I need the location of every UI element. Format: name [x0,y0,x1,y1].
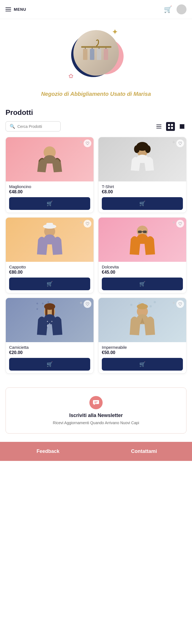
svg-rect-12 [168,124,170,126]
large-grid-view-button[interactable] [178,122,186,131]
svg-point-48 [140,303,145,308]
plus-badge-5: + [79,300,82,306]
svg-point-45 [154,301,156,303]
svg-rect-8 [104,49,108,60]
product-card-impermeabile: + ♡ Impermeabile €50.00 🛒 [98,298,186,374]
svg-point-41 [47,325,48,326]
wishlist-button-6[interactable]: ♡ [176,300,184,308]
wishlist-button-4[interactable]: ♡ [176,220,184,228]
avatar[interactable] [177,4,186,14]
svg-rect-9 [156,125,161,125]
svg-point-33 [36,308,38,310]
cart-icon: 🛒 [164,6,172,13]
svg-rect-17 [180,124,184,129]
product-card-dolcevita: + ♡ Dolcevita €45.00 🛒 [98,217,186,293]
hero-title: Negozio di Abbigliamento Usato di Marisa [36,91,156,97]
svg-point-22 [145,145,151,153]
clothing-rack-svg [77,34,116,72]
newsletter-chat-icon [89,396,103,409]
plus-badge-6: + [172,300,175,306]
header-right: 🛒 [164,4,186,14]
product-price-6: €50.00 [102,350,183,355]
header: MENU 🛒 [0,0,192,19]
product-image-wrap-1: + ♡ [6,137,94,181]
product-image-wrap-6: + ♡ [98,298,186,342]
feedback-button[interactable]: Feedback [0,442,96,461]
products-section-title: Prodotti [6,108,186,117]
cart-button[interactable]: 🛒 [164,6,172,13]
list-view-button[interactable] [154,122,163,131]
large-grid-icon [180,124,185,129]
svg-rect-14 [168,127,170,129]
plus-badge-1: + [79,139,82,145]
hero-clothing-image [73,30,119,76]
wishlist-button-2[interactable]: ♡ [176,139,184,147]
svg-point-30 [36,303,38,304]
bottom-buttons: Feedback Contattami [0,442,192,461]
search-and-filters: 🔍 [6,121,186,131]
wishlist-button-1[interactable]: ♡ [84,139,91,147]
svg-rect-0 [81,46,111,48]
decoration-star-icon: ✦ [112,27,118,36]
product-image-wrap-3: + ♡ [6,218,94,262]
product-price-5: €20.00 [9,350,90,355]
svg-rect-11 [156,128,161,128]
svg-rect-27 [138,231,142,233]
product-price-4: €45.00 [102,270,183,275]
header-left: MENU [6,7,26,12]
menu-label[interactable]: MENU [14,7,26,12]
svg-rect-4 [90,49,94,60]
add-to-cart-button-2[interactable]: 🛒 [102,197,183,210]
newsletter-subtitle: Ricevi Aggiornamenti Quando Arrivano Nuo… [11,421,181,425]
add-to-cart-button-5[interactable]: 🛒 [9,358,90,371]
svg-rect-2 [83,49,87,60]
svg-point-44 [150,305,152,307]
contact-button[interactable]: Contattami [96,442,192,461]
svg-rect-10 [156,126,161,127]
svg-rect-13 [171,124,173,126]
plus-badge-3: + [79,220,82,226]
svg-point-40 [51,321,52,322]
product-price-3: €80.00 [9,270,90,275]
grid-view-button[interactable] [166,122,175,131]
svg-rect-15 [171,127,173,129]
wishlist-button-5[interactable]: ♡ [84,300,91,308]
product-image-wrap-4: + ♡ [98,218,186,262]
search-input[interactable] [17,124,57,129]
grid-view-icon [168,124,173,129]
add-to-cart-button-4[interactable]: 🛒 [102,278,183,290]
hero-image: ✦ ✿ [68,27,124,83]
product-name-1: Maglioncino [9,184,90,189]
decoration-flower-icon: ✿ [68,73,73,80]
svg-rect-49 [94,402,98,402]
product-image-wrap-2: + ♡ [98,137,186,181]
product-price-1: €48.00 [9,189,90,194]
product-info-1: Maglioncino €48.00 🛒 [6,181,94,213]
product-name-6: Impermeabile [102,345,183,350]
plus-badge-2: + [172,139,175,145]
add-to-cart-button-1[interactable]: 🛒 [9,197,90,210]
hamburger-menu-icon[interactable] [6,7,11,11]
product-name-5: Camicietta [9,345,90,350]
svg-point-38 [47,321,48,322]
product-image-wrap-5: + ♡ [6,298,94,342]
svg-point-21 [134,145,140,153]
svg-point-31 [42,303,44,304]
product-price-2: €8.00 [102,189,183,194]
wishlist-button-3[interactable]: ♡ [84,220,91,228]
product-info-3: Cappotto €80.00 🛒 [6,262,94,293]
svg-rect-25 [46,223,53,227]
plus-badge-4: + [172,220,175,226]
add-to-cart-button-6[interactable]: 🛒 [102,358,183,371]
product-card-maglioncino: + ♡ Maglioncino €48.00 🛒 [6,137,94,213]
products-section: Prodotti 🔍 [0,100,192,379]
svg-rect-50 [94,403,97,403]
svg-point-32 [47,301,49,303]
product-card-camicietta: + ♡ Camicietta €20.00 🛒 [6,298,94,374]
svg-rect-28 [143,231,147,233]
svg-point-42 [130,304,132,306]
svg-point-39 [49,323,50,324]
product-card-cappotto: + ♡ Cappotto €80.00 🛒 [6,217,94,293]
add-to-cart-button-3[interactable]: 🛒 [9,278,90,290]
product-name-4: Dolcevita [102,265,183,269]
